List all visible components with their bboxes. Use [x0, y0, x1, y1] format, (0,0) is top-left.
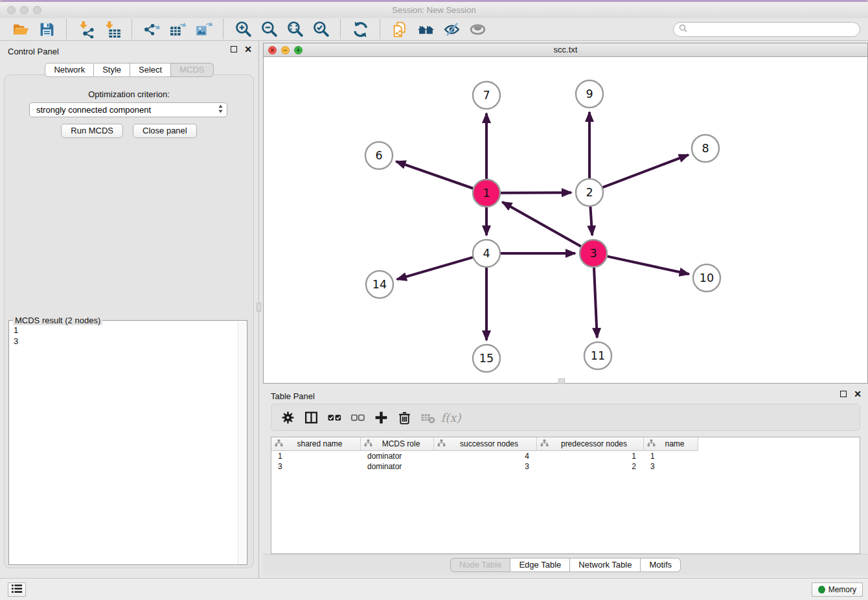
- close-window-button[interactable]: [7, 6, 16, 14]
- graph-node-15[interactable]: 15: [473, 345, 500, 372]
- column-type-icon: [647, 439, 656, 449]
- cell-predecessor-nodes[interactable]: 2: [537, 461, 644, 472]
- import-network-button[interactable]: [76, 19, 97, 39]
- tab-select[interactable]: Select: [130, 63, 171, 77]
- graph-edge-1-6[interactable]: [396, 161, 473, 189]
- save-session-button[interactable]: [36, 19, 57, 39]
- table-row[interactable]: 3dominator323: [271, 461, 860, 472]
- minimize-window-button[interactable]: [20, 6, 29, 14]
- cell-successor-nodes[interactable]: 4: [434, 451, 537, 461]
- float-panel-button[interactable]: [231, 46, 237, 52]
- zoom-in-button[interactable]: [233, 19, 253, 39]
- close-table-panel-button[interactable]: ✕: [854, 391, 862, 397]
- new-network-from-selection-button[interactable]: [389, 19, 410, 39]
- zoom-window-button[interactable]: [33, 6, 41, 14]
- control-panel: Control Panel ✕ NetworkStyleSelectMCDS O…: [0, 41, 259, 578]
- column-header-shared-name[interactable]: shared name: [271, 437, 361, 451]
- zoom-selected-button[interactable]: [310, 19, 331, 39]
- column-header-label: predecessor nodes: [549, 439, 643, 448]
- cell-predecessor-nodes[interactable]: 1: [537, 451, 644, 461]
- criterion-select[interactable]: strongly connected component: [29, 102, 227, 117]
- search-input[interactable]: [691, 25, 854, 34]
- graph-node-7[interactable]: 7: [473, 82, 500, 109]
- network-canvas[interactable]: 7968124314101511: [264, 58, 867, 383]
- export-image-button[interactable]: [193, 19, 214, 39]
- tab-style[interactable]: Style: [94, 63, 130, 77]
- tab-mcds[interactable]: MCDS: [171, 63, 213, 77]
- graph-node-1[interactable]: 1: [473, 179, 500, 207]
- float-table-panel-button[interactable]: [840, 391, 847, 397]
- table-settings-button[interactable]: [278, 408, 297, 427]
- maximize-network-button[interactable]: +: [294, 46, 303, 54]
- open-session-button[interactable]: [10, 19, 31, 39]
- mcds-result-line: 1: [14, 325, 236, 336]
- zoom-out-button[interactable]: [258, 19, 279, 39]
- cytoscape-window: Session: New Session Control Panel ✕ Net…: [0, 0, 868, 600]
- select-all-button[interactable]: [325, 408, 344, 427]
- horizontal-splitter-handle[interactable]: [558, 378, 565, 384]
- network-graph: 7968124314101511: [264, 58, 867, 383]
- zoom-fit-button[interactable]: [284, 19, 305, 39]
- result-scrollbar[interactable]: [238, 321, 246, 564]
- graph-edge-1-2[interactable]: [501, 192, 571, 193]
- graph-node-6[interactable]: 6: [365, 142, 393, 169]
- close-panel-button[interactable]: Close panel: [133, 124, 197, 138]
- home-button[interactable]: [415, 19, 436, 39]
- graph-node-11[interactable]: 11: [584, 342, 611, 369]
- cell-mcds-role[interactable]: dominator: [361, 451, 434, 461]
- export-table-button[interactable]: [167, 19, 188, 39]
- graph-node-8[interactable]: 8: [692, 135, 719, 162]
- run-mcds-button[interactable]: Run MCDS: [61, 124, 123, 138]
- cell-mcds-role[interactable]: dominator: [361, 461, 434, 472]
- cell-name[interactable]: 3: [644, 461, 698, 472]
- tab-network[interactable]: Network: [45, 63, 94, 77]
- graph-node-2[interactable]: 2: [576, 179, 603, 206]
- tab-network-table[interactable]: Network Table: [570, 558, 641, 572]
- column-layout-button[interactable]: [301, 408, 321, 427]
- add-row-button[interactable]: [371, 408, 391, 427]
- graph-edge-4-14[interactable]: [397, 257, 473, 279]
- column-header-predecessor-nodes[interactable]: predecessor nodes: [537, 437, 644, 451]
- graph-node-4[interactable]: 4: [473, 240, 500, 267]
- graph-node-label: 15: [479, 352, 494, 365]
- window-titlebar[interactable]: Session: New Session: [0, 2, 868, 18]
- graph-edge-3-1[interactable]: [502, 202, 580, 246]
- graph-node-14[interactable]: 14: [366, 271, 393, 298]
- deselect-all-button[interactable]: [348, 408, 367, 427]
- select-all-icon: [327, 410, 342, 425]
- hide-graphics-details-button[interactable]: [441, 19, 462, 39]
- close-panel-icon-button[interactable]: ✕: [244, 46, 252, 52]
- table-row[interactable]: 1dominator411: [271, 451, 860, 461]
- cell-shared-name[interactable]: 3: [271, 461, 361, 472]
- refresh-button[interactable]: [350, 19, 371, 39]
- cell-successor-nodes[interactable]: 3: [434, 461, 537, 472]
- tab-node-table[interactable]: Node Table: [450, 558, 511, 572]
- close-network-button[interactable]: ×: [268, 46, 277, 54]
- task-history-button[interactable]: [8, 583, 26, 597]
- vertical-splitter-grip[interactable]: [257, 303, 261, 312]
- cell-name[interactable]: 1: [644, 451, 698, 461]
- graph-node-10[interactable]: 10: [693, 264, 720, 292]
- memory-button[interactable]: Memory: [812, 583, 863, 597]
- graph-edge-2-8[interactable]: [603, 155, 689, 187]
- graph-node-3[interactable]: 3: [580, 240, 607, 267]
- show-graphics-details-button[interactable]: [467, 19, 488, 39]
- column-header-name[interactable]: name: [644, 437, 698, 451]
- delete-row-button[interactable]: [394, 408, 414, 427]
- tab-edge-table[interactable]: Edge Table: [510, 558, 570, 572]
- tab-motifs[interactable]: Motifs: [641, 558, 681, 572]
- graph-edge-2-3[interactable]: [590, 207, 592, 235]
- graph-edge-3-10[interactable]: [607, 257, 689, 274]
- minimize-network-button[interactable]: −: [281, 46, 290, 54]
- column-header-mcds-role[interactable]: MCDS role: [361, 437, 434, 451]
- graph-node-label: 10: [700, 271, 714, 284]
- search-box[interactable]: [673, 22, 860, 37]
- graph-node-9[interactable]: 9: [576, 80, 603, 108]
- column-header-successor-nodes[interactable]: successor nodes: [434, 437, 537, 451]
- graph-edge-3-11[interactable]: [594, 268, 597, 338]
- mcds-result-list[interactable]: 13: [10, 323, 236, 563]
- network-window-titlebar[interactable]: × − + scc.txt: [264, 43, 867, 57]
- cell-shared-name[interactable]: 1: [271, 451, 361, 461]
- export-network-button[interactable]: [141, 19, 162, 39]
- import-table-button[interactable]: [102, 19, 122, 39]
